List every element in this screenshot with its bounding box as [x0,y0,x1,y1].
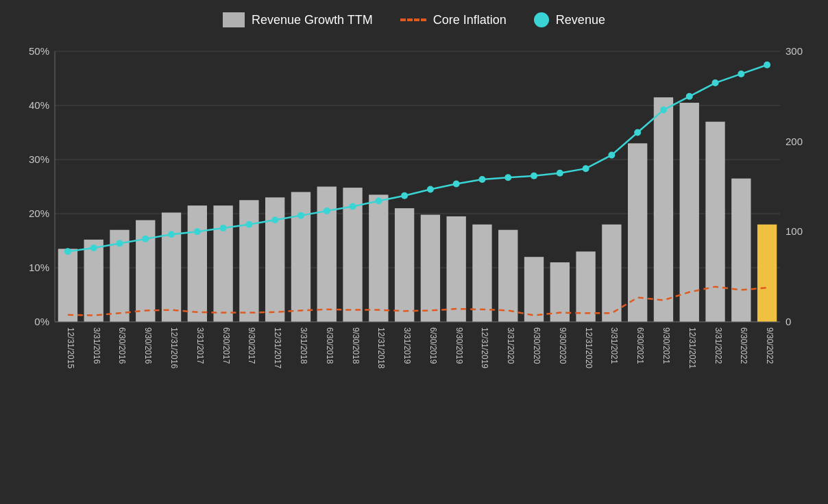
y-axis-left-label: 50% [29,45,49,57]
bar [472,225,491,322]
revenue-dot [557,170,563,177]
revenue-dot [142,236,149,242]
y-axis-left-label: 10% [29,262,49,273]
x-axis-label: 12/31/2021 [687,327,697,368]
x-axis-label: 9/30/2017 [247,327,256,364]
x-axis-label: 6/30/2017 [221,327,231,364]
x-axis-label: 6/30/2022 [739,327,748,364]
y-axis-right-label: 300 [786,45,803,57]
bar [395,208,414,322]
legend-revenue-label: Revenue [556,13,605,27]
revenue-dot [245,221,252,228]
chart-container: Revenue Growth TTM Core Inflation Revenu… [0,0,828,504]
bar [498,230,518,322]
bar [628,143,647,322]
revenue-dot [764,62,770,68]
bar [239,200,258,322]
bar [524,257,544,322]
revenue-dot [350,203,356,210]
revenue-dot [194,228,201,235]
revenue-dot [297,212,304,219]
revenue-dot [375,198,382,205]
revenue-dot [583,165,589,172]
x-axis-label: 9/30/2019 [454,327,464,364]
x-axis-label: 9/30/2016 [143,327,153,364]
x-axis-label: 9/30/2018 [351,327,361,364]
y-axis-right-label: 0 [786,316,791,327]
bar [162,212,181,322]
revenue-dot [168,231,175,238]
bar [447,216,466,322]
revenue-dot [324,207,330,214]
x-axis-label: 6/30/2020 [532,327,541,364]
legend-bar-icon [223,12,245,27]
revenue-dot [660,107,667,114]
bar [602,225,621,322]
revenue-dot [271,216,278,223]
x-axis-label: 9/30/2021 [661,327,671,364]
bar [421,215,440,322]
x-axis-label: 12/31/2020 [584,327,594,368]
revenue-dot [608,151,615,158]
x-axis-label: 3/31/2021 [609,327,619,364]
bar [757,225,777,322]
x-axis-label: 9/30/2020 [558,327,568,364]
bar [265,197,284,322]
x-axis-label: 6/30/2018 [325,327,334,364]
revenue-dot [504,174,511,181]
y-axis-left-label: 40% [29,99,49,111]
legend-dash-icon [400,18,426,21]
legend-circle-icon [534,12,549,27]
y-axis-left-label: 20% [29,207,49,219]
legend-core-inflation: Core Inflation [400,13,507,27]
revenue-dot [401,192,408,199]
revenue-dot [64,248,71,255]
bar [213,205,232,322]
bar [188,205,207,322]
revenue-dot [427,186,434,192]
revenue-dot [220,225,227,231]
bar [136,220,155,322]
revenue-dot [90,244,97,251]
x-axis-label: 3/31/2017 [195,327,205,364]
revenue-dot [116,240,123,247]
bar [369,194,388,322]
bar [291,192,310,322]
bar [317,187,337,323]
y-axis-left-label: 30% [29,153,49,165]
x-axis-label: 12/31/2019 [480,327,489,368]
bar [654,97,673,322]
bar [58,249,77,322]
x-axis-label: 6/30/2021 [635,327,645,364]
revenue-dot [634,129,641,136]
x-axis-label: 12/31/2018 [376,327,386,368]
y-axis-left-label: 0% [34,316,49,327]
revenue-dot [531,173,537,179]
revenue-dot [738,71,744,77]
revenue-dot [686,93,693,100]
x-axis-label: 12/31/2017 [273,327,282,368]
revenue-dot [453,181,460,188]
bar [84,240,103,322]
x-axis-label: 9/30/2022 [765,327,775,364]
legend-revenue-growth: Revenue Growth TTM [223,12,373,27]
revenue-dot [712,79,719,86]
bar [705,122,724,322]
x-axis-label: 3/31/2020 [506,327,515,364]
legend: Revenue Growth TTM Core Inflation Revenu… [0,0,828,34]
bar [576,251,595,322]
legend-core-inflation-label: Core Inflation [433,13,507,27]
x-axis-label: 12/31/2015 [66,327,75,368]
x-axis-label: 6/30/2019 [428,327,438,364]
legend-revenue-growth-label: Revenue Growth TTM [252,13,373,27]
main-chart-svg: 50%40%30%20%10%0%300200100012/31/20153/3… [0,41,828,431]
x-axis-label: 3/31/2022 [714,327,723,364]
x-axis-label: 12/31/2016 [169,327,179,368]
x-axis-label: 3/31/2019 [402,327,412,364]
legend-revenue: Revenue [534,12,605,27]
bar [731,179,751,322]
bar [680,103,699,322]
x-axis-label: 6/30/2016 [117,327,127,364]
revenue-dot [478,176,485,183]
x-axis-label: 3/31/2018 [299,327,308,364]
